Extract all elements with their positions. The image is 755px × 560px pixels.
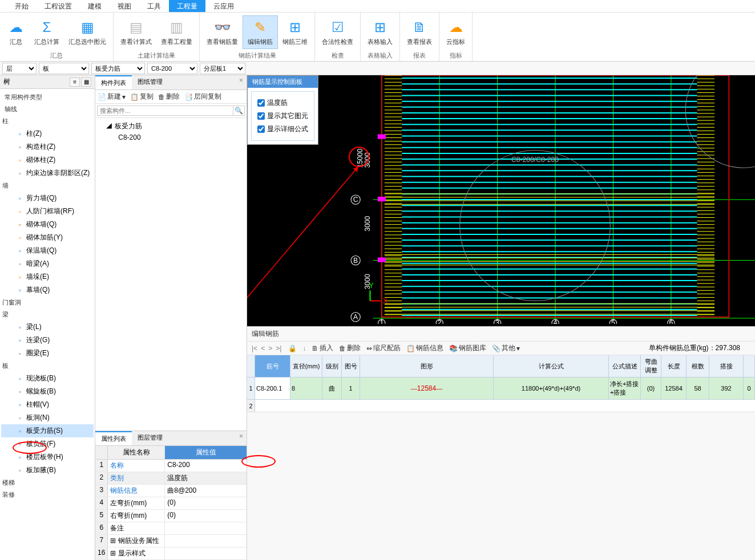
tab-component-list[interactable]: 构件列表: [95, 75, 132, 90]
floor-select[interactable]: 层: [2, 63, 37, 74]
property-row[interactable]: 3钢筋信息曲8@200: [95, 485, 247, 497]
cell[interactable]: 净长+搭接+搭接: [609, 378, 641, 399]
col-header[interactable]: 筋号: [255, 355, 290, 377]
cell[interactable]: 12584: [661, 378, 687, 399]
col-header[interactable]: 搭接: [709, 355, 744, 377]
ribbon-button[interactable]: ▦汇总选中图元: [64, 16, 111, 48]
component-select[interactable]: 板受力筋: [91, 63, 145, 74]
add-icon[interactable]: ↓: [302, 344, 306, 352]
tree-item[interactable]: ▫板洞(N): [1, 411, 94, 424]
property-row[interactable]: 2类别温度筋: [95, 472, 247, 485]
tree-group[interactable]: 板: [1, 360, 94, 372]
table-row[interactable]: 1 C8-200.1 8 曲 1 — 12584 — 11800+(49*d)+…: [247, 378, 755, 400]
cell[interactable]: 392: [709, 378, 744, 399]
tab-drawing-manage[interactable]: 图纸管理: [132, 75, 168, 90]
ribbon-button[interactable]: 👓查看钢筋量: [202, 16, 243, 48]
category-select[interactable]: 板: [39, 63, 89, 74]
tree-item[interactable]: ▫约束边缘非阴影区(Z): [1, 167, 94, 180]
floor-copy-button[interactable]: 📑 层间复制: [184, 92, 221, 102]
lock-icon[interactable]: 🔒: [288, 344, 297, 352]
tree-item[interactable]: ▫楼层板带(H): [1, 451, 94, 464]
ribbon-button[interactable]: ✎编辑钢筋: [243, 15, 278, 49]
nav-next-icon[interactable]: >: [267, 344, 273, 352]
tree-item[interactable]: ▫板负筋(F): [1, 437, 94, 451]
property-row[interactable]: 16⊞ 显示样式: [95, 547, 247, 560]
menu-item[interactable]: 工具: [139, 0, 169, 12]
property-row[interactable]: 6备注: [95, 522, 247, 535]
col-header[interactable]: 根数: [687, 355, 709, 377]
tree-item[interactable]: ▫构造柱(Z): [1, 140, 94, 153]
ribbon-button[interactable]: ⊞表格输入: [363, 16, 397, 48]
rebar-info-button[interactable]: 📋 钢筋信息: [406, 343, 443, 353]
check-detailed-formula[interactable]: 显示详细公式: [257, 123, 308, 136]
tree-item[interactable]: ▫保温墙(Q): [1, 244, 94, 257]
item-select[interactable]: C8-200: [147, 63, 197, 74]
search-icon[interactable]: 🔍: [233, 105, 245, 116]
ribbon-button[interactable]: ⊞钢筋三维: [278, 16, 312, 48]
cell-shape[interactable]: — 12584 —: [360, 378, 494, 399]
tab-properties[interactable]: 属性列表: [95, 431, 132, 445]
menu-item[interactable]: 开始: [7, 0, 37, 12]
tab-layer-manage[interactable]: 图层管理: [132, 431, 168, 445]
col-header[interactable]: 直径(mm): [290, 355, 322, 377]
ribbon-button[interactable]: ☑合法性检查: [317, 16, 358, 48]
tree-group[interactable]: 墙: [1, 180, 94, 192]
menu-item[interactable]: 云应用: [205, 0, 242, 12]
tree-item[interactable]: ▫柱(Z): [1, 127, 94, 140]
panel-header[interactable]: 钢筋显示控制面板: [248, 76, 318, 88]
menu-item[interactable]: 建模: [80, 0, 110, 12]
menu-item-active[interactable]: 工程量: [169, 0, 205, 12]
tree-item[interactable]: ▫剪力墙(Q): [1, 192, 94, 205]
nav-prev-icon[interactable]: <: [260, 344, 266, 352]
col-header[interactable]: 公式描述: [609, 355, 641, 377]
property-row[interactable]: 7⊞ 钢筋业务属性: [95, 535, 247, 547]
col-header[interactable]: 长度: [661, 355, 687, 377]
tree-item[interactable]: ▫柱帽(V): [1, 398, 94, 411]
tree-item[interactable]: ▫连梁(G): [1, 334, 94, 347]
delete-button[interactable]: 🗑 删除: [339, 343, 361, 353]
ribbon-button[interactable]: ☁汇总: [2, 16, 30, 48]
drawing-canvas[interactable]: 钢筋显示控制面板 温度筋 显示其它图元 显示详细公式: [247, 75, 755, 326]
close-icon[interactable]: ×: [236, 431, 247, 445]
cell[interactable]: C8-200.1: [255, 378, 290, 399]
ribbon-button[interactable]: 🗎查看报表: [402, 16, 437, 48]
tree-item[interactable]: ▫螺旋板(B): [1, 385, 94, 398]
ribbon-button[interactable]: ▥查看工程量: [156, 16, 197, 48]
check-temperature[interactable]: 温度筋: [257, 96, 308, 109]
tree-node-parent[interactable]: ◢ 板受力筋: [98, 120, 244, 132]
delete-button[interactable]: 🗑 删除: [158, 92, 180, 102]
cell[interactable]: 曲: [322, 378, 342, 399]
tree-group[interactable]: 装修: [1, 489, 94, 501]
new-button[interactable]: 📄 新建 ▾: [98, 92, 126, 102]
property-row[interactable]: 1名称C8-200: [95, 460, 247, 472]
tree-group-heading[interactable]: 常用构件类型: [1, 91, 94, 103]
menu-item[interactable]: 工程设置: [37, 0, 80, 12]
tree-group[interactable]: 门窗洞: [1, 297, 94, 309]
tree-item[interactable]: ▫砌体墙(Q): [1, 218, 94, 231]
cell[interactable]: 8: [290, 378, 322, 399]
ribbon-button[interactable]: ▤查看计算式: [116, 16, 156, 48]
cell[interactable]: 58: [687, 378, 709, 399]
grid-view-icon[interactable]: ▦: [81, 78, 91, 87]
ribbon-button[interactable]: ☁云指标: [442, 16, 470, 48]
tree-item[interactable]: ▫梁(L): [1, 320, 94, 334]
menu-item[interactable]: 视图: [110, 0, 139, 12]
tree-item[interactable]: ▫板受力筋(S): [1, 424, 94, 437]
tree-group[interactable]: 梁: [1, 309, 94, 320]
property-row[interactable]: 4左弯折(mm)(0): [95, 497, 247, 510]
close-icon[interactable]: ×: [236, 75, 247, 90]
tree-item[interactable]: ▫圈梁(E): [1, 347, 94, 360]
col-header[interactable]: 级别: [322, 355, 342, 377]
tree-item[interactable]: ▫幕墙(Q): [1, 283, 94, 297]
cell[interactable]: 1: [342, 378, 360, 399]
col-header[interactable]: 图形: [360, 355, 494, 377]
tree-group[interactable]: 轴线: [1, 103, 94, 115]
cell[interactable]: 0: [744, 378, 755, 399]
list-view-icon[interactable]: ≡: [70, 78, 80, 87]
col-header[interactable]: 计算公式: [494, 355, 609, 377]
property-row[interactable]: 5右弯折(mm)(0): [95, 510, 247, 522]
check-other-elements[interactable]: 显示其它图元: [257, 109, 308, 123]
ribbon-button[interactable]: Σ汇总计算: [30, 16, 64, 48]
tree-group[interactable]: 楼梯: [1, 477, 94, 489]
tree-item[interactable]: ▫现浇板(B): [1, 372, 94, 385]
